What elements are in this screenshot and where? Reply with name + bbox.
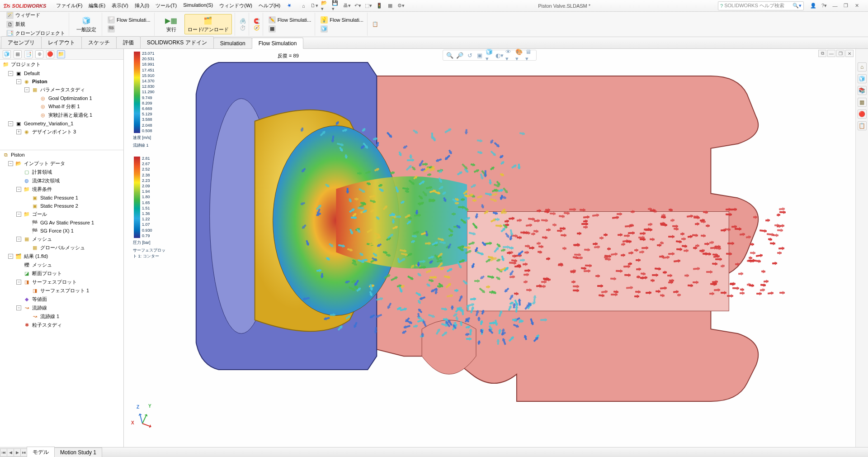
node-surf-plot-folder[interactable]: −◨サーフェスプロット xyxy=(0,278,123,286)
section-view-icon[interactable]: ▣ xyxy=(476,51,484,59)
settings-icon[interactable]: ⚙▾ xyxy=(397,2,405,10)
load-unload-button[interactable]: 🗂️ ロード/アンロード xyxy=(184,14,232,34)
dock-library-icon[interactable]: 📚 xyxy=(858,86,867,95)
print-icon[interactable]: 🖶▾ xyxy=(343,2,351,10)
tab-evaluate[interactable]: 評価 xyxy=(116,36,141,48)
node-mesh[interactable]: −▦メッシュ xyxy=(0,235,123,243)
node-mesh2[interactable]: 轢メッシュ xyxy=(0,261,123,269)
vp-popout-icon[interactable]: ⧉ xyxy=(818,50,826,57)
zoom-fit-icon[interactable]: 🔍 xyxy=(446,51,454,59)
node-iso[interactable]: ◆等値面 xyxy=(0,295,123,304)
home-icon[interactable]: ⌂ xyxy=(299,2,307,10)
node-whatif[interactable]: ◎What-If 分析 1 xyxy=(0,102,123,111)
flow-sim-c-button[interactable]: ✏️Flow Simulati... xyxy=(268,16,312,24)
tab-simulation[interactable]: Simulation xyxy=(213,38,252,48)
node-default[interactable]: −▣Default xyxy=(0,69,123,77)
fm-tab-1[interactable]: 🧊 xyxy=(3,50,11,58)
menu-edit[interactable]: 編集(E) xyxy=(86,1,108,10)
node-bc[interactable]: −📁境界条件 xyxy=(0,185,123,194)
fm-tab-2[interactable]: ▦ xyxy=(14,50,22,58)
r-icon-last[interactable]: 📋 xyxy=(372,21,378,27)
view-orient-icon[interactable]: 🧊▾ xyxy=(486,51,494,59)
node-gg[interactable]: 🏁GG Av Static Pressure 1 xyxy=(0,219,123,227)
node-flow-traj1[interactable]: ↝流跡線 1 xyxy=(0,312,123,321)
options-icon[interactable]: ▦ xyxy=(386,2,394,10)
node-input[interactable]: −📂インプット データ xyxy=(0,159,123,168)
nav-first-icon[interactable]: ⏮ xyxy=(0,448,7,457)
node-geom-var[interactable]: −▣Geometry_Variation_1 xyxy=(0,119,123,128)
bottom-tab-motion[interactable]: Motion Study 1 xyxy=(54,447,102,457)
node-results[interactable]: −🗂️結果 (1.fld) xyxy=(0,252,123,261)
nav-prev-icon[interactable]: ◀ xyxy=(7,448,14,457)
select-icon[interactable]: ⬚▾ xyxy=(364,2,373,10)
zoom-area-icon[interactable]: 🔎 xyxy=(456,51,464,59)
search-icon[interactable]: 🔍▾ xyxy=(793,3,802,9)
new-button[interactable]: 🗋新規 xyxy=(5,20,26,29)
prev-view-icon[interactable]: ↺ xyxy=(466,51,474,59)
fm-tab-flow[interactable]: 📁 xyxy=(57,50,65,58)
dock-custom-icon[interactable]: 📋 xyxy=(858,121,867,130)
tab-addins[interactable]: SOLIDWORKS アドイン xyxy=(140,36,214,48)
flow-sim-d-button[interactable]: ▦ xyxy=(268,25,277,33)
dock-resources-icon[interactable]: 🧊 xyxy=(858,74,867,83)
node-piston[interactable]: −◉Piston xyxy=(0,77,123,86)
node-sp1[interactable]: ▣Static Pressure 1 xyxy=(0,194,123,202)
restore-icon[interactable]: ❐ xyxy=(842,2,850,10)
r-icon-1[interactable]: 🖇️ xyxy=(240,18,246,24)
menu-view[interactable]: 表示(V) xyxy=(109,1,131,10)
tab-flow-simulation[interactable]: Flow Simulation xyxy=(252,38,304,49)
node-sg[interactable]: 🏁SG Force (X) 1 xyxy=(0,227,123,235)
menu-window[interactable]: ウィンドウ(W) xyxy=(217,1,255,10)
project-root[interactable]: 📁プロジェクト xyxy=(0,60,123,69)
tab-layout[interactable]: レイアウト xyxy=(41,36,82,48)
node-particle[interactable]: ✱粒子スタディ xyxy=(0,321,123,329)
user-icon[interactable]: 👤 xyxy=(809,2,817,10)
node-flow-traj-folder[interactable]: −↝流跡線 xyxy=(0,304,123,312)
scene-icon[interactable]: 🖥▾ xyxy=(525,51,533,59)
flow-sim-f-button[interactable]: 🧊 xyxy=(320,25,329,33)
node-cut-plot[interactable]: ◪断面プロット xyxy=(0,269,123,278)
node-goal-opt[interactable]: ◎Goal Optimization 1 xyxy=(0,94,123,102)
fm-tab-4[interactable]: ⊕ xyxy=(35,50,43,58)
node-goals[interactable]: −📁ゴール xyxy=(0,210,123,219)
appearance-icon[interactable]: 🎨▾ xyxy=(515,51,524,59)
wizard-button[interactable]: 🪄ウィザード xyxy=(5,11,41,19)
rebuild-icon[interactable]: 🚦 xyxy=(375,2,383,10)
minimize-icon[interactable]: — xyxy=(831,2,839,10)
r-icon-2[interactable]: ⏱️ xyxy=(240,25,246,31)
analysis-root[interactable]: ⧉Piston xyxy=(0,150,123,159)
vp-min-icon[interactable]: — xyxy=(827,50,835,57)
help-icon[interactable]: ?▾ xyxy=(820,2,828,10)
flow-sim-a-button[interactable]: 🏳️Flow Simulati... xyxy=(107,16,151,24)
run-button[interactable]: ▶▦ 実行 xyxy=(159,14,184,34)
node-fluid-sub[interactable]: ◍流体2次領域 xyxy=(0,176,123,185)
help-search-box[interactable]: ? SOLIDWORKS ヘルプ検索 🔍▾ xyxy=(718,1,804,10)
dock-view-icon[interactable]: ▦ xyxy=(858,98,867,107)
menu-help[interactable]: ヘルプ(H) xyxy=(256,1,283,10)
r-icon-3[interactable]: 🧲 xyxy=(254,18,260,24)
bottom-tab-model[interactable]: モデル xyxy=(27,447,55,457)
tab-assembly[interactable]: アセンブリ xyxy=(1,36,42,48)
display-style-icon[interactable]: ◐▾ xyxy=(495,51,504,59)
node-global-mesh[interactable]: ▦グローバルメッシュ xyxy=(0,243,123,252)
hide-show-icon[interactable]: 👁▾ xyxy=(505,51,514,59)
flow-sim-e-button[interactable]: 💡Flow Simulati... xyxy=(320,16,364,24)
close-icon[interactable]: ✕ xyxy=(853,2,861,10)
node-sp2[interactable]: ▣Static Pressure 2 xyxy=(0,202,123,210)
pin-icon[interactable]: ★ xyxy=(282,0,296,13)
fm-tab-3[interactable]: 📑 xyxy=(24,50,33,58)
new-doc-icon[interactable]: 🗋▾ xyxy=(310,2,318,10)
nav-next-icon[interactable]: ▶ xyxy=(14,448,21,457)
node-design-pt[interactable]: +◉デザインポイント 3 xyxy=(0,128,123,136)
node-surf-plot1[interactable]: ◨サーフェスプロット 1 xyxy=(0,286,123,295)
dock-appearance-icon[interactable]: 🔴 xyxy=(858,109,867,119)
menu-insert[interactable]: 挿入(I) xyxy=(132,1,152,10)
menu-tools[interactable]: ツール(T) xyxy=(153,1,179,10)
save-icon[interactable]: 💾▾ xyxy=(332,2,340,10)
vp-close-icon[interactable]: ✕ xyxy=(845,50,854,57)
orientation-triad[interactable]: Z Y X xyxy=(133,405,154,426)
open-icon[interactable]: 📂▾ xyxy=(321,2,329,10)
node-doe[interactable]: ◎実験計画と最適化 1 xyxy=(0,111,123,119)
vp-max-icon[interactable]: ❐ xyxy=(836,50,844,57)
node-comp-domain[interactable]: ▢計算領域 xyxy=(0,168,123,176)
